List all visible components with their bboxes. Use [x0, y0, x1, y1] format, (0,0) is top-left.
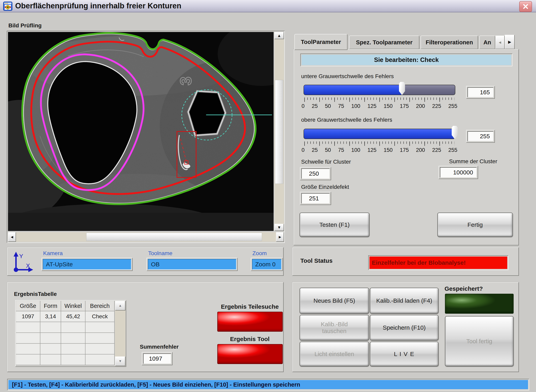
- scale-tick-label: 75: [338, 147, 344, 153]
- tool-status-label: Tool Status: [300, 257, 333, 264]
- col-header-form[interactable]: Form: [40, 301, 61, 311]
- camera-field[interactable]: AT-UpSite: [43, 259, 131, 270]
- table-cell: 1097: [16, 311, 40, 322]
- upper-threshold-slider[interactable]: [304, 129, 455, 139]
- tab-filteroperationen[interactable]: Filteroperationen: [420, 36, 478, 49]
- table-cell: [40, 322, 61, 333]
- table-cell: [16, 355, 40, 365]
- hscroll-thumb[interactable]: [86, 233, 262, 241]
- window-title: Oberflächenprüfung innerhalb freier Kont…: [15, 2, 181, 10]
- xy-axis-icon: Y X: [10, 251, 34, 272]
- tool-status-message: Einzelfehler bei der Blobanalyse!: [370, 257, 507, 269]
- light-adjust-button[interactable]: Licht einstellen: [300, 342, 369, 366]
- scroll-left-icon[interactable]: ◄: [8, 232, 16, 242]
- app-icon: [3, 2, 12, 11]
- scale-tick-label: 50: [325, 103, 331, 109]
- col-header-winkel[interactable]: Winkel: [61, 301, 85, 311]
- table-cell: [85, 322, 115, 333]
- tab-an-truncated[interactable]: An: [479, 36, 495, 49]
- scale-tick-label: 175: [400, 103, 409, 109]
- tab-spez-toolparameter[interactable]: Spez. Toolparameter: [349, 36, 419, 49]
- scale-tick-label: 25: [312, 103, 318, 109]
- editing-header-frame: Sie bearbeiten: Check: [300, 54, 513, 66]
- load-calib-button[interactable]: Kalib.-Bild laden (F4): [370, 288, 439, 314]
- results-table[interactable]: Größe Form Winkel Bereich 1097 3,14 45,4…: [15, 300, 126, 367]
- table-cell: [85, 333, 115, 344]
- tool-done-button[interactable]: Tool fertig: [445, 316, 514, 366]
- toolname-field[interactable]: OB: [148, 259, 236, 270]
- tab-scroll-right-icon[interactable]: ►: [505, 35, 515, 49]
- upper-threshold-fill: [304, 129, 455, 139]
- table-cell: [85, 355, 115, 365]
- lower-threshold-slider[interactable]: [304, 85, 455, 95]
- image-hscrollbar[interactable]: ◄ ►: [8, 232, 284, 242]
- table-cell: [40, 355, 61, 365]
- tab-scroll-left-icon[interactable]: ◄: [495, 36, 505, 49]
- table-cell: [61, 355, 85, 365]
- part-search-led: [217, 312, 283, 332]
- table-cell: [40, 344, 61, 355]
- swap-calib-button[interactable]: Kalib.-Bild tauschen: [300, 315, 369, 341]
- scale-tick-label: 255: [448, 103, 457, 109]
- table-row[interactable]: [16, 344, 125, 355]
- upper-threshold-value[interactable]: 255: [467, 131, 494, 141]
- saved-led: [445, 294, 514, 314]
- sum-error-value[interactable]: 1097: [143, 353, 171, 364]
- col-header-bereich[interactable]: Bereich: [85, 301, 115, 311]
- table-row[interactable]: [16, 333, 125, 344]
- single-defect-size-frame: 251: [300, 192, 331, 205]
- scroll-right-icon[interactable]: ►: [276, 232, 284, 242]
- scale-tick-label: 225: [432, 147, 441, 153]
- lower-threshold-scale: 0255075100125150175200225255: [301, 103, 457, 109]
- scroll-up-icon[interactable]: ▲: [274, 32, 284, 39]
- table-scroll-up-icon[interactable]: ▲: [115, 301, 125, 310]
- scale-tick-label: 255: [448, 147, 457, 153]
- scroll-down-icon[interactable]: ▼: [274, 224, 284, 231]
- done-button[interactable]: Fertig: [437, 213, 513, 237]
- inspection-image[interactable]: 3: [8, 32, 274, 231]
- scale-tick-label: 150: [384, 147, 393, 153]
- scale-tick-label: 75: [338, 103, 344, 109]
- test-button[interactable]: Testen (F1): [300, 213, 370, 237]
- col-header-groesse[interactable]: Größe: [16, 301, 40, 311]
- table-body: 1097 3,14 45,42 Check: [16, 311, 125, 365]
- title-bar: Oberflächenprüfung innerhalb freier Kont…: [0, 0, 536, 12]
- cluster-sum-value[interactable]: 100000: [440, 167, 477, 178]
- live-button[interactable]: L I V E: [370, 342, 439, 366]
- tool-status-frame: Einzelfehler bei der Blobanalyse!: [368, 255, 508, 270]
- cluster-threshold-value[interactable]: 250: [301, 168, 330, 179]
- image-vscrollbar[interactable]: ▲ ▼: [274, 32, 284, 231]
- status-bar-text: [F1] - Testen, [F4] - Kalibrierbild zurü…: [8, 380, 528, 389]
- single-defect-size-value[interactable]: 251: [301, 193, 330, 204]
- single-defect-size-label: Größe Einzeldefekt: [301, 184, 349, 190]
- new-image-button[interactable]: Neues Bild (F5): [300, 288, 369, 314]
- table-scrollbar[interactable]: ▲ ▼: [115, 301, 125, 366]
- lower-threshold-value[interactable]: 165: [467, 87, 494, 97]
- part-search-label: Ergebnis Teilesuche: [217, 303, 283, 310]
- scale-tick-label: 225: [432, 103, 441, 109]
- table-row[interactable]: [16, 322, 125, 333]
- cluster-sum-frame: 100000: [439, 166, 478, 179]
- table-cell: [61, 322, 85, 333]
- zoom-field[interactable]: Zoom 0: [252, 259, 282, 270]
- scale-tick-label: 100: [351, 103, 360, 109]
- lower-threshold-fill: [304, 85, 402, 95]
- table-cell: [16, 344, 40, 355]
- scale-tick-label: 125: [367, 103, 376, 109]
- table-cell: [61, 333, 85, 344]
- save-button[interactable]: Speichern (F10): [370, 315, 439, 341]
- scale-tick-label: 0: [301, 147, 305, 153]
- close-icon[interactable]: ✕: [519, 1, 532, 12]
- table-cell: 3,14: [40, 311, 61, 322]
- upper-threshold-scale: 0255075100125150175200225255: [301, 147, 457, 153]
- table-cell: [40, 333, 61, 344]
- table-row[interactable]: 1097 3,14 45,42 Check: [16, 311, 125, 322]
- vscroll-thumb[interactable]: [275, 80, 283, 184]
- tab-toolparameter[interactable]: ToolParameter: [294, 34, 347, 50]
- lower-threshold-value-frame: 165: [466, 86, 495, 99]
- tool-result-label: Ergebnis Tool: [217, 336, 283, 342]
- stamp-mark-3: 3: [177, 77, 194, 85]
- table-scroll-down-icon[interactable]: ▼: [115, 356, 125, 366]
- scale-tick-label: 25: [312, 147, 318, 153]
- table-row[interactable]: [16, 355, 125, 365]
